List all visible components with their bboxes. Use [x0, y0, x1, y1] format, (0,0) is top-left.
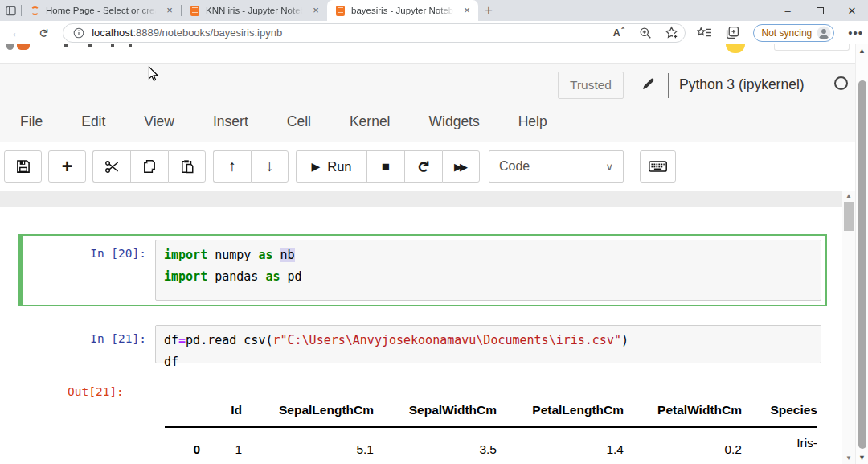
tab-bayesiris-active[interactable]: bayesiris - Jupyter Notebook ×	[327, 0, 478, 21]
notebook-header-panel: Trusted Python 3 (ipykernel) File Edit V…	[0, 63, 855, 142]
output-prompt: Out[21]:	[68, 385, 124, 398]
header-text-fragment	[88, 44, 92, 47]
chevron-down-icon: ∨	[605, 161, 613, 173]
move-cell-down-button[interactable]: ↓	[251, 150, 289, 183]
close-tab-icon[interactable]: ×	[163, 4, 176, 17]
trusted-button[interactable]: Trusted	[558, 72, 624, 99]
menu-kernel[interactable]: Kernel	[350, 113, 391, 130]
window-controls: – ✕	[772, 0, 868, 21]
refresh-button[interactable]: ↻	[33, 26, 55, 40]
save-button[interactable]	[4, 150, 42, 183]
menu-file[interactable]: File	[20, 113, 43, 130]
notebook-scrollbar[interactable]: ▲ ▼	[842, 191, 855, 464]
scroll-down-arrow[interactable]: ▼	[856, 452, 868, 463]
tab-home-page[interactable]: Home Page - Select or create a n ×	[22, 0, 181, 21]
jupyter-notebook-icon	[189, 5, 200, 16]
sync-status-label: Not syncing	[762, 27, 813, 39]
restart-kernel-button[interactable]: ↻	[404, 150, 442, 183]
settings-menu-button[interactable]: •••	[848, 26, 863, 39]
command-palette-button[interactable]	[640, 150, 676, 183]
tab-actions-icon	[6, 6, 16, 16]
scissors-icon	[104, 159, 120, 175]
site-info-icon[interactable]	[73, 27, 84, 39]
header-text-fragment	[129, 44, 132, 47]
keyboard-icon	[649, 161, 667, 172]
table-row: 015.13.51.40.2Iris-	[165, 427, 817, 460]
cell-type-dropdown[interactable]: Code ∨	[489, 150, 624, 183]
browser-toolbar-icons: Not syncing •••	[697, 24, 868, 42]
pencil-icon[interactable]	[639, 75, 657, 92]
table-cell: 5.1	[242, 427, 374, 460]
scrollbar-thumb[interactable]	[858, 80, 866, 449]
run-button[interactable]: ▶Run	[296, 150, 366, 183]
arrow-down-icon: ↓	[266, 158, 274, 175]
copy-cell-button[interactable]	[130, 150, 168, 183]
divider	[668, 73, 669, 98]
run-group: ▶Run ■ ↻ ▶▶	[296, 150, 480, 183]
paste-cell-button[interactable]	[168, 150, 206, 183]
tab-knn-iris[interactable]: KNN iris - Jupyter Notebook ×	[182, 0, 327, 21]
scroll-down-arrow[interactable]: ▼	[842, 454, 855, 463]
profile-button[interactable]: Not syncing	[753, 24, 835, 42]
notebook-menubar: File Edit View Insert Cell Kernel Widget…	[20, 113, 547, 130]
jupyter-logo-fragment	[17, 44, 30, 50]
scroll-up-arrow[interactable]: ▲	[842, 191, 855, 201]
code-input[interactable]: import numpy as nbimport pandas as pd	[155, 240, 821, 301]
cut-cell-button[interactable]	[92, 150, 130, 183]
code-input[interactable]: df=pd.read_csv(r"C:\Users\Anvyjosekoonam…	[155, 325, 821, 363]
tab-actions-button[interactable]	[0, 0, 21, 21]
zoom-icon[interactable]	[639, 27, 652, 39]
code-cell-in20[interactable]: In [20]: import numpy as nbimport pandas…	[18, 234, 827, 306]
jupyter-logo-fragment	[6, 44, 14, 50]
menu-widgets[interactable]: Widgets	[429, 113, 480, 130]
restore-button[interactable]	[804, 0, 836, 21]
menu-insert[interactable]: Insert	[213, 113, 248, 130]
logout-button-fragment[interactable]	[774, 44, 850, 51]
new-tab-button[interactable]: +	[478, 0, 499, 21]
copy-icon	[142, 159, 157, 174]
close-tab-icon[interactable]: ×	[461, 4, 473, 17]
menu-view[interactable]: View	[144, 113, 174, 130]
move-cell-up-button[interactable]: ↑	[213, 150, 251, 183]
stop-icon: ■	[382, 160, 390, 174]
table-cell: 1.4	[497, 427, 624, 460]
tab-bar: Home Page - Select or create a n × KNN i…	[0, 0, 868, 21]
run-label: Run	[327, 159, 351, 175]
dataframe-output: IdSepalLengthCmSepalWidthCmPetalLengthCm…	[165, 398, 820, 464]
back-button[interactable]: ←	[6, 25, 28, 41]
close-window-button[interactable]: ✕	[836, 0, 868, 21]
close-tab-icon[interactable]: ×	[309, 4, 322, 17]
jupyter-notebook-page: Trusted Python 3 (ipykernel) File Edit V…	[0, 44, 855, 464]
kernel-name-label: Python 3 (ipykernel)	[679, 76, 805, 93]
menu-help[interactable]: Help	[518, 113, 547, 130]
tab-title: Home Page - Select or create a n	[46, 6, 158, 15]
url-field[interactable]: localhost:8889/notebooks/bayesiris.ipynb…	[63, 23, 685, 43]
favorites-icon[interactable]	[697, 27, 712, 39]
column-header: SepalLengthCm	[242, 398, 374, 427]
plus-icon: +	[62, 156, 72, 178]
minimize-button[interactable]: –	[772, 0, 804, 21]
read-aloud-icon[interactable]: A⌃	[613, 27, 626, 39]
column-header: PetalLengthCm	[497, 398, 624, 427]
play-icon: ▶	[311, 160, 320, 173]
menu-cell[interactable]: Cell	[287, 113, 311, 130]
code-cell-in21[interactable]: In [21]: df=pd.read_csv(r"C:\Users\Anvyj…	[18, 319, 827, 369]
add-cell-button[interactable]: +	[48, 150, 86, 183]
scroll-up-arrow[interactable]: ▲	[856, 45, 868, 56]
tab-title: KNN iris - Jupyter Notebook	[206, 6, 305, 15]
input-prompt: In [20]:	[27, 240, 155, 301]
header-text-fragment	[64, 44, 68, 47]
avatar	[817, 26, 831, 40]
table-cell: 1	[200, 427, 242, 460]
collections-icon[interactable]	[726, 26, 739, 39]
move-cell-group: ↑ ↓	[213, 150, 289, 183]
browser-scrollbar[interactable]: ▲ ▼	[855, 44, 868, 464]
menu-edit[interactable]: Edit	[81, 113, 105, 130]
restart-run-all-button[interactable]: ▶▶	[442, 150, 480, 183]
add-favorite-icon[interactable]	[665, 26, 678, 39]
interrupt-kernel-button[interactable]: ■	[366, 150, 404, 183]
scrollbar-thumb[interactable]	[844, 202, 854, 231]
cell-type-value: Code	[499, 159, 530, 174]
address-bar: ← ↻ localhost:8889/notebooks/bayesiris.i…	[0, 21, 868, 44]
table-cell: 0.2	[624, 427, 742, 460]
